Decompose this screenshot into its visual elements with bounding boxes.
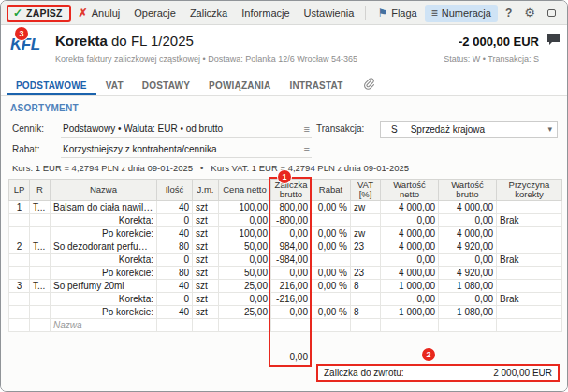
menu-informacje[interactable]: Informacje: [235, 5, 296, 22]
table-cell: szt: [193, 293, 219, 306]
table-cell: Balsam do ciała nawilżający 2...: [51, 201, 157, 214]
table-cell: Brak: [497, 254, 562, 267]
tab-intrastat[interactable]: INTRASTAT: [281, 74, 353, 95]
table-cell: [30, 227, 51, 240]
transakcja-select[interactable]: S Sprzedaż krajowa ▾: [380, 121, 558, 138]
column-header[interactable]: LP: [9, 180, 30, 201]
table-cell: [497, 201, 562, 214]
document-amount: -2 000,00 EUR: [459, 35, 539, 49]
new-item-name-input[interactable]: Nazwa: [51, 319, 157, 332]
column-header[interactable]: Wartość brutto: [439, 180, 497, 201]
numeracja-button[interactable]: ≡ Numeracja: [425, 5, 498, 22]
cancel-button[interactable]: ✗ Anuluj: [72, 5, 127, 22]
table-cell: 0,00: [271, 227, 312, 240]
table-cell: -984,00: [271, 254, 312, 267]
table-cell: 0,00: [439, 254, 497, 267]
table-cell: 0: [157, 214, 193, 227]
gear-icon[interactable]: ⚙: [518, 5, 541, 21]
comments-icon[interactable]: [546, 33, 561, 50]
column-header[interactable]: VAT [%]: [351, 180, 381, 201]
table-cell: 1: [9, 201, 30, 214]
menu-operacje[interactable]: Operacje: [127, 5, 182, 22]
column-header[interactable]: Wartość netto: [381, 180, 439, 201]
new-item-row[interactable]: Nazwa: [9, 319, 562, 332]
table-row[interactable]: Korekta:0szt0,00-984,000,000,00Brak: [9, 254, 562, 267]
table-cell: 4 000,00: [381, 201, 439, 214]
column-header[interactable]: Rabat: [312, 180, 351, 201]
tab-podstawowe[interactable]: PODSTAWOWE: [7, 74, 96, 95]
table-cell: 0,00: [219, 214, 271, 227]
table-cell: [30, 254, 51, 267]
column-header[interactable]: Nazwa: [51, 180, 157, 201]
table-row[interactable]: 1T...Balsam do ciała nawilżający 2...40s…: [9, 201, 562, 214]
save-button[interactable]: ✓ ZAPISZ: [7, 5, 71, 22]
rabat-value: Korzystniejszy z kontrahenta/cennika: [63, 144, 300, 154]
table-row[interactable]: Po korekcie:40szt25,000,000,00 %81 000,0…: [9, 306, 562, 319]
table-cell: szt: [193, 227, 219, 240]
table-cell: 100,00: [219, 201, 271, 214]
table-row[interactable]: 3T...So perfumy 20ml40szt25,00216,000,00…: [9, 280, 562, 293]
table-row[interactable]: Po korekcie:80szt50,000,000,00 %234 000,…: [9, 267, 562, 280]
menu-informacje-label: Informacje: [241, 7, 289, 19]
table-cell: 80: [157, 267, 193, 280]
menu-ustawienia-label: Ustawienia: [304, 7, 355, 19]
table-body: 1T...Balsam do ciała nawilżający 2...40s…: [9, 201, 562, 332]
table-cell: zw: [351, 201, 381, 214]
column-header[interactable]: Zaliczka brutto: [271, 180, 312, 201]
zaliczka-do-zwrotu-label: Zaliczka do zwrotu:: [324, 368, 404, 378]
table-cell: [9, 254, 30, 267]
rabat-field[interactable]: Korzystniejszy z kontrahenta/cennika ≡: [61, 141, 312, 158]
table-cell: 4 920,00: [439, 267, 497, 280]
menu-zaliczka[interactable]: Zaliczka: [183, 5, 234, 22]
tab-vat[interactable]: VAT: [96, 74, 133, 95]
table-cell: [9, 306, 30, 319]
table-header-row: LPRNazwaIlośćJ.m.Cena nettoZaliczka brut…: [9, 180, 562, 201]
column-header[interactable]: Cena netto: [219, 180, 271, 201]
table-cell: 0: [157, 254, 193, 267]
table-cell: 1 080,00: [439, 280, 497, 293]
table-cell: szt: [193, 267, 219, 280]
toolbar: ✓ ZAPISZ ✗ Anuluj Operacje Zaliczka Info…: [1, 1, 567, 25]
table-cell: 40: [157, 306, 193, 319]
cancel-label: Anuluj: [92, 7, 121, 19]
table-row[interactable]: Korekta:0szt0,00-216,000,000,00Brak: [9, 293, 562, 306]
table-cell: 800,00: [271, 201, 312, 214]
zaliczka-do-zwrotu-box: Zaliczka do zwrotu: 2 000,00 EUR: [316, 364, 560, 382]
column-header[interactable]: Przyczyna korekty: [497, 180, 562, 201]
document-header: KFL Korekta do FL 1/2025 -2 000,00 EUR K…: [1, 25, 567, 74]
paperclip-icon[interactable]: [359, 77, 378, 94]
table-cell: 50,00: [219, 240, 271, 254]
table-cell: 23: [351, 240, 381, 254]
tab-powiazania[interactable]: POWIĄZANIA: [199, 74, 280, 95]
table-cell: So perfumy 20ml: [51, 280, 157, 293]
cennik-menu-icon[interactable]: ≡: [300, 123, 310, 135]
column-header[interactable]: J.m.: [193, 180, 219, 201]
items-table: LPRNazwaIlośćJ.m.Cena nettoZaliczka brut…: [8, 179, 561, 332]
table-cell: 0,00 %: [312, 267, 351, 280]
column-header[interactable]: Ilość: [157, 180, 193, 201]
table-cell: [312, 319, 351, 332]
cennik-field[interactable]: Podstawowy • Waluta: EUR • od brutto ≡: [61, 121, 312, 138]
table-cell: T...: [30, 280, 51, 293]
menu-ustawienia[interactable]: Ustawienia: [298, 5, 361, 22]
tab-dostawy[interactable]: DOSTAWY: [133, 74, 199, 95]
window-mode-button[interactable]: [542, 6, 561, 21]
table-cell: [157, 319, 193, 332]
table-cell: 0,00 %: [312, 227, 351, 240]
table-row[interactable]: Korekta:0szt0,00-800,000,000,00Brak: [9, 214, 562, 227]
table-cell: 4 000,00: [381, 240, 439, 254]
table-cell: [351, 214, 381, 227]
flag-button[interactable]: ⚑ Flaga: [371, 5, 423, 22]
column-header[interactable]: R: [30, 180, 51, 201]
help-button[interactable]: ?: [500, 6, 517, 21]
zaliczka-total: 0,00: [270, 352, 308, 362]
rabat-menu-icon[interactable]: ≡: [300, 144, 310, 155]
table-row[interactable]: 2T...So dezodorant perfumowany...80szt50…: [9, 240, 562, 254]
table-row[interactable]: Po korekcie:40szt100,000,000,00 %zw4 000…: [9, 227, 562, 240]
table-cell: [30, 306, 51, 319]
bullet-separator: •: [200, 163, 203, 173]
flag-icon: ⚑: [377, 7, 387, 19]
table-cell: 0,00 %: [312, 240, 351, 254]
transakcja-code: S: [391, 124, 398, 135]
table-cell: [497, 240, 562, 254]
